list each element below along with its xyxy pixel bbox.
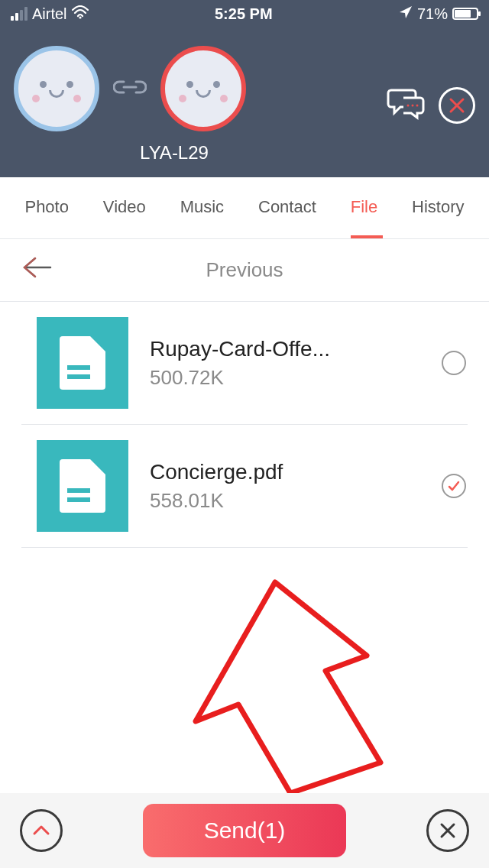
tab-video[interactable]: Video bbox=[103, 197, 146, 228]
file-list: Rupay-Card-Offe... 500.72K Concierge.pdf… bbox=[0, 302, 489, 548]
document-icon bbox=[37, 440, 128, 532]
file-checkbox[interactable] bbox=[442, 474, 466, 498]
svg-point-1 bbox=[407, 105, 410, 107]
carrier-label: Airtel bbox=[32, 5, 67, 23]
tab-music[interactable]: Music bbox=[180, 197, 224, 228]
chat-icon[interactable] bbox=[387, 87, 426, 124]
close-button[interactable] bbox=[439, 87, 475, 124]
location-icon bbox=[399, 5, 413, 23]
category-tabs: Photo Video Music Contact File History bbox=[0, 177, 489, 239]
wifi-icon bbox=[72, 5, 89, 23]
svg-point-3 bbox=[416, 105, 419, 107]
status-right: 71% bbox=[399, 5, 478, 23]
status-bar: Airtel 5:25 PM 71% bbox=[0, 0, 489, 28]
avatar-peer[interactable] bbox=[160, 46, 246, 131]
link-icon bbox=[113, 79, 147, 99]
file-row[interactable]: Concierge.pdf 558.01K bbox=[21, 425, 468, 548]
battery-icon bbox=[452, 8, 478, 20]
file-checkbox[interactable] bbox=[442, 351, 466, 375]
signal-icon bbox=[11, 7, 28, 21]
connection-header: LYA-L29 bbox=[0, 28, 489, 177]
svg-point-0 bbox=[79, 16, 81, 18]
previous-label: Previous bbox=[21, 258, 468, 282]
expand-button[interactable] bbox=[20, 809, 63, 852]
status-left: Airtel bbox=[11, 5, 89, 23]
file-size: 558.01K bbox=[150, 489, 420, 513]
svg-point-2 bbox=[412, 105, 414, 107]
annotation-arrow bbox=[153, 573, 390, 795]
tab-history[interactable]: History bbox=[412, 197, 464, 228]
folder-nav-row[interactable]: Previous bbox=[0, 239, 489, 302]
battery-pct: 71% bbox=[417, 5, 448, 23]
bottom-bar: Send(1) bbox=[0, 793, 489, 868]
file-size: 500.72K bbox=[150, 366, 420, 390]
file-name: Concierge.pdf bbox=[150, 460, 420, 484]
status-time: 5:25 PM bbox=[215, 5, 273, 23]
device-name: LYA-L29 bbox=[98, 142, 251, 164]
avatar-self[interactable] bbox=[14, 46, 99, 131]
tab-file[interactable]: File bbox=[351, 197, 377, 228]
file-row[interactable]: Rupay-Card-Offe... 500.72K bbox=[21, 302, 468, 425]
tab-photo[interactable]: Photo bbox=[24, 197, 69, 228]
tab-contact[interactable]: Contact bbox=[258, 197, 316, 228]
document-icon bbox=[37, 317, 128, 409]
cancel-button[interactable] bbox=[426, 809, 469, 852]
send-button[interactable]: Send(1) bbox=[143, 804, 347, 857]
file-name: Rupay-Card-Offe... bbox=[150, 337, 420, 361]
